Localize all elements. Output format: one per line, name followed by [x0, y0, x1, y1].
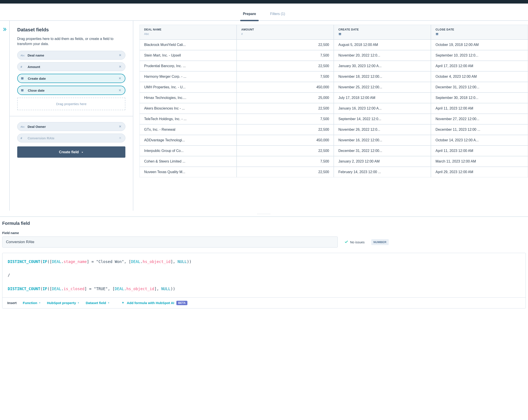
- formula-toolbar: Insert Function HubSpot property Dataset…: [2, 297, 526, 308]
- column-type-icon: [435, 32, 523, 36]
- cell-deal-name: ADDvantage Technologi...: [140, 135, 237, 146]
- table-row[interactable]: Stein Mart, Inc. - Upsell 7,500 November…: [140, 50, 528, 61]
- insert-function-button[interactable]: Function: [23, 301, 41, 305]
- column-header[interactable]: CREATE DATE: [334, 25, 431, 39]
- cell-create-date: September 14, 2022 12:0...: [334, 114, 431, 124]
- column-header[interactable]: AMOUNT#: [237, 25, 334, 39]
- column-header[interactable]: DEAL NAMEAbc: [140, 25, 237, 39]
- cell-create-date: November 25, 2022 12:00...: [334, 82, 431, 93]
- field-chip[interactable]: # Conversion RAte ✕: [17, 134, 125, 142]
- table-row[interactable]: Nuveen Texas Quality M... 22,500 Februar…: [140, 167, 528, 177]
- svg-rect-14: [436, 33, 437, 33]
- cell-amount: 450,000: [237, 82, 334, 93]
- remove-field-icon[interactable]: ✕: [118, 76, 122, 80]
- cell-amount: 7,500: [237, 71, 334, 82]
- data-preview-panel: DEAL NAMEAbcAMOUNT#CREATE DATECLOSE DATE…: [133, 21, 528, 177]
- caret-down-icon: [39, 302, 41, 304]
- field-chip[interactable]: Abc Deal Owner ✕: [17, 122, 125, 131]
- cell-create-date: August 5, 2018 12:00 AM: [334, 39, 431, 50]
- cell-close-date: December 11, 2023 12:00 ...: [431, 124, 528, 135]
- table-row[interactable]: Cohen & Steers Limited ... 7,500 January…: [140, 156, 528, 167]
- column-type-icon: [338, 32, 426, 36]
- svg-rect-10: [339, 33, 339, 33]
- field-chip[interactable]: Close date ✕: [17, 86, 125, 95]
- column-header[interactable]: CLOSE DATE: [431, 25, 528, 39]
- table-row[interactable]: Interpublic Group of Co... 22,500 Decemb…: [140, 146, 528, 156]
- dataset-fields-panel: Dataset fields Drag properties here to a…: [10, 21, 133, 211]
- cell-deal-name: GTx, Inc. - Renewal: [140, 124, 237, 135]
- create-field-label: Create field: [59, 150, 79, 154]
- cell-create-date: January 16, 2023 12:00 A...: [334, 103, 431, 114]
- remove-field-icon[interactable]: ✕: [118, 88, 122, 92]
- formula-code-body[interactable]: DISTINCT_COUNT(IF([DEAL.stage_name] = "C…: [2, 253, 526, 297]
- cell-close-date: April 11, 2023 12:00 AM: [431, 103, 528, 114]
- remove-field-icon[interactable]: ✕: [118, 136, 122, 140]
- cell-close-date: April 17, 2023 12:00 AM: [431, 61, 528, 71]
- table-row[interactable]: TeleTech Holdings, Inc. - ... 7,500 Sept…: [140, 114, 528, 124]
- svg-rect-3: [23, 77, 23, 78]
- table-row[interactable]: ADDvantage Technologi... 450,000 Novembe…: [140, 135, 528, 146]
- svg-rect-5: [21, 89, 24, 90]
- svg-rect-7: [23, 89, 23, 90]
- field-name-label: Field name: [2, 231, 526, 235]
- cell-create-date: November 18, 2022 12:00...: [334, 71, 431, 82]
- cell-amount: 22,500: [237, 39, 334, 50]
- insert-dataset-field-button[interactable]: Dataset field: [86, 301, 109, 305]
- validation-status: No issues: [344, 240, 365, 245]
- field-name-input[interactable]: [2, 236, 338, 247]
- formula-panel-title: Formula field: [2, 221, 526, 226]
- beta-badge: BETA: [176, 301, 187, 305]
- panel-title: Dataset fields: [17, 27, 125, 33]
- cell-close-date: December 31, 2023 12:00...: [431, 82, 528, 93]
- field-chip-label: Create date: [28, 77, 116, 80]
- table-row[interactable]: Prudential Bancorp, Inc. ... 22,500 Janu…: [140, 61, 528, 71]
- field-chip-label: Deal Owner: [28, 125, 116, 128]
- column-type-icon: #: [241, 32, 329, 36]
- cell-create-date: July 17, 2018 12:00 AM: [334, 93, 431, 103]
- expand-sidebar-icon[interactable]: [2, 27, 7, 211]
- table-row[interactable]: Himax Technologies, Inc.... 25,000 July …: [140, 93, 528, 103]
- table-row[interactable]: Akers Biosciences Inc - ... 22,500 Janua…: [140, 103, 528, 114]
- cell-deal-name: Stein Mart, Inc. - Upsell: [140, 50, 237, 61]
- preview-table: DEAL NAMEAbcAMOUNT#CREATE DATECLOSE DATE…: [140, 25, 528, 177]
- field-chip-label: Conversion RAte: [28, 136, 116, 140]
- caret-down-icon: [108, 302, 110, 304]
- column-type-icon: Abc: [144, 32, 232, 36]
- table-row[interactable]: UMH Properties, Inc. - U... 450,000 Nove…: [140, 82, 528, 93]
- panel-resize-handle[interactable]: ::::::::::::: [0, 212, 528, 215]
- field-type-icon: #: [21, 65, 25, 68]
- cell-amount: 450,000: [237, 135, 334, 146]
- cell-amount: 7,500: [237, 114, 334, 124]
- cell-deal-name: UMH Properties, Inc. - U...: [140, 82, 237, 93]
- field-chip[interactable]: Abc Deal name ✕: [17, 51, 125, 60]
- cell-close-date: September 10, 2023 12:0...: [431, 50, 528, 61]
- cell-amount: 22,500: [237, 61, 334, 71]
- field-chip[interactable]: Create date ✕: [17, 74, 125, 83]
- table-row[interactable]: Harmony Merger Corp. - ... 7,500 Novembe…: [140, 71, 528, 82]
- remove-field-icon[interactable]: ✕: [118, 124, 122, 128]
- insert-hubspot-property-button[interactable]: HubSpot property: [47, 301, 80, 305]
- table-row[interactable]: Blackrock MuniYield Cali... 22,500 Augus…: [140, 39, 528, 50]
- cell-create-date: November 16, 2022 12:00...: [334, 135, 431, 146]
- cell-amount: 22,500: [237, 103, 334, 114]
- remove-field-icon[interactable]: ✕: [118, 65, 122, 69]
- remove-field-icon[interactable]: ✕: [118, 53, 122, 57]
- cell-deal-name: Nuveen Texas Quality M...: [140, 167, 237, 177]
- cell-create-date: February 14, 2023 12:00 ...: [334, 167, 431, 177]
- field-type-icon: Abc: [21, 54, 25, 57]
- cell-amount: 22,500: [237, 124, 334, 135]
- cell-amount: 7,500: [237, 156, 334, 167]
- table-row[interactable]: GTx, Inc. - Renewal 22,500 November 26, …: [140, 124, 528, 135]
- tab-prepare[interactable]: Prepare: [242, 9, 257, 21]
- cell-amount: 22,500: [237, 167, 334, 177]
- cell-deal-name: Cohen & Steers Limited ...: [140, 156, 237, 167]
- tab-filters[interactable]: Filters (1): [269, 9, 286, 21]
- cell-close-date: April 29, 2023 12:00 AM: [431, 167, 528, 177]
- field-chip[interactable]: # Amount ✕: [17, 62, 125, 71]
- sparkle-icon: [121, 301, 125, 305]
- add-formula-ai-button[interactable]: Add formula with HubSpot AI BETA: [121, 301, 187, 305]
- create-field-button[interactable]: Create field: [17, 146, 125, 158]
- cell-close-date: April 11, 2023 12:00 AM: [431, 146, 528, 156]
- cell-create-date: November 20, 2022 12:0...: [334, 50, 431, 61]
- field-dropzone[interactable]: Drag properties here: [17, 98, 125, 110]
